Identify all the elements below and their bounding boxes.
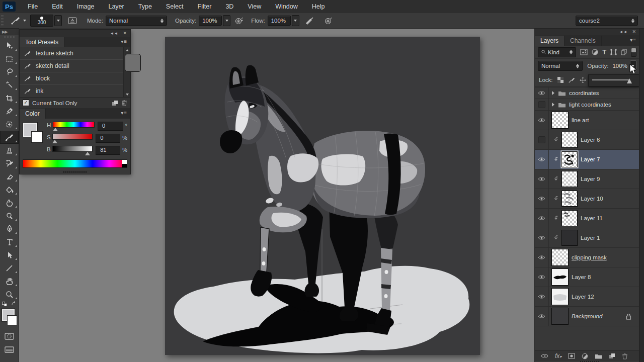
tab-layers[interactable]: Layers (535, 36, 565, 46)
canvas-document[interactable] (165, 37, 480, 355)
layers-opacity-value-field[interactable]: 100% (611, 61, 628, 71)
filter-type-icon[interactable]: T (602, 48, 606, 56)
visibility-toggle[interactable] (535, 267, 549, 287)
history-brush-tool[interactable] (0, 157, 19, 170)
hand-tool[interactable] (0, 275, 19, 288)
visibility-toggle[interactable] (535, 169, 549, 189)
lock-position-icon[interactable] (580, 77, 586, 83)
quick-selection-tool[interactable] (0, 78, 19, 92)
preset-texture-sketch[interactable]: texture sketch (20, 47, 130, 60)
collapsed-dock-strip[interactable] (639, 28, 644, 362)
layer-thumbnail[interactable] (551, 308, 569, 325)
tab-channels[interactable]: Channels (565, 36, 602, 46)
pen-tool[interactable] (0, 222, 19, 235)
pressure-size-button[interactable] (304, 17, 314, 25)
marquee-tool[interactable] (0, 52, 19, 65)
layer-row-layer1[interactable]: Layer 1 (535, 228, 639, 248)
line-tool[interactable] (0, 261, 19, 275)
visibility-toggle[interactable] (535, 228, 549, 247)
panel-menu-icon[interactable]: ▾≡ (630, 37, 636, 43)
layer-row-line-art[interactable]: line art (535, 111, 639, 130)
default-colors-icon[interactable] (2, 302, 7, 306)
dodge-tool[interactable] (0, 209, 19, 222)
visibility-toggle[interactable] (535, 87, 549, 99)
delete-layer-icon[interactable] (622, 353, 628, 359)
background-color-swatch[interactable] (31, 131, 43, 143)
tab-tool-presets[interactable]: Tool Presets (20, 37, 64, 47)
smudge-tool[interactable] (0, 196, 19, 209)
menu-help[interactable]: Help (305, 0, 332, 13)
layer-row-clipping-mask[interactable]: clipping mask (535, 248, 639, 267)
lock-pixels-icon[interactable] (568, 77, 575, 83)
menu-filter[interactable]: Filter (191, 0, 219, 13)
layer-thumbnail[interactable] (551, 288, 569, 305)
layer-thumbnail[interactable] (551, 112, 569, 129)
add-mask-icon[interactable] (568, 353, 575, 359)
hue-slider[interactable] (53, 122, 95, 131)
close-panel-icon[interactable]: ✕ (123, 31, 127, 36)
flow-value-field[interactable]: 100% (268, 16, 291, 26)
swap-colors-icon[interactable] (11, 301, 17, 306)
brightness-value-field[interactable]: 81 (96, 146, 120, 155)
filter-toggle-switch[interactable] (631, 48, 636, 57)
visibility-toggle[interactable] (535, 130, 549, 149)
layer-thumbnail[interactable] (551, 249, 569, 266)
layer-row-layer12[interactable]: Layer 12 (535, 287, 639, 307)
opacity-dropdown[interactable] (223, 15, 230, 26)
preset-block[interactable]: block (20, 72, 130, 85)
expand-group-icon[interactable] (552, 91, 554, 95)
zoom-tool[interactable] (0, 288, 19, 301)
brightness-handle[interactable] (85, 152, 90, 155)
brush-size-preview[interactable]: 300 (30, 15, 53, 27)
layer-thumbnail[interactable] (561, 191, 578, 207)
move-tool[interactable] (0, 39, 19, 52)
blend-mode-select[interactable]: Normal (538, 61, 583, 71)
type-tool[interactable] (0, 235, 19, 248)
scroll-up-icon[interactable] (124, 47, 130, 53)
brush-tool[interactable] (0, 131, 19, 144)
eraser-tool[interactable] (0, 170, 19, 183)
quick-mask-button[interactable] (0, 330, 19, 343)
clone-stamp-tool[interactable] (0, 144, 19, 157)
saturation-handle[interactable] (52, 140, 57, 143)
menu-type[interactable]: Type (131, 0, 159, 13)
hue-value-field[interactable]: 0 (98, 122, 123, 131)
menu-image[interactable]: Image (70, 0, 102, 13)
adjustment-layer-icon[interactable] (582, 353, 588, 359)
new-group-icon[interactable] (595, 353, 602, 359)
new-preset-icon[interactable] (112, 100, 118, 106)
opacity-slider-track[interactable] (592, 79, 629, 80)
filter-shape-icon[interactable] (610, 49, 617, 55)
visibility-toggle[interactable] (535, 111, 549, 130)
filter-smart-object-icon[interactable] (621, 49, 627, 55)
eyedropper-tool[interactable] (0, 105, 19, 118)
menu-edit[interactable]: Edit (45, 0, 70, 13)
toggle-brush-panel-button[interactable] (68, 17, 77, 25)
airbrush-button[interactable] (324, 17, 333, 25)
link-layers-icon[interactable] (541, 353, 548, 358)
panel-resize-grip[interactable] (20, 170, 130, 174)
lock-transparency-icon[interactable] (557, 77, 564, 83)
toolbar-collapse-button[interactable]: ▶▶ (0, 28, 19, 35)
presets-scrollbar[interactable] (123, 47, 130, 97)
layer-row-layer11[interactable]: Layer 11 (535, 209, 639, 228)
layer-thumbnail[interactable] (551, 268, 569, 286)
preset-ink[interactable]: ink (20, 85, 130, 97)
visibility-toggle[interactable] (535, 209, 549, 228)
opacity-slider-handle[interactable] (627, 78, 632, 83)
new-layer-icon[interactable] (609, 353, 615, 359)
panel-menu-icon[interactable]: ▾≡ (121, 110, 127, 116)
close-panel-icon[interactable]: ✕ (632, 29, 636, 34)
scroll-down-icon[interactable] (124, 92, 130, 97)
saturation-value-field[interactable]: 0 (96, 134, 120, 143)
brush-size-dropdown[interactable] (54, 15, 62, 26)
lasso-tool[interactable] (0, 65, 19, 78)
menu-view[interactable]: View (240, 0, 268, 13)
filter-image-icon[interactable] (580, 49, 588, 55)
layer-row-background[interactable]: Background (535, 307, 639, 326)
visibility-toggle[interactable] (535, 287, 549, 306)
menu-3d[interactable]: 3D (218, 0, 240, 13)
visibility-toggle[interactable] (535, 307, 549, 326)
filter-kind-select[interactable]: Kind (538, 47, 576, 57)
pressure-opacity-button[interactable] (234, 17, 244, 25)
